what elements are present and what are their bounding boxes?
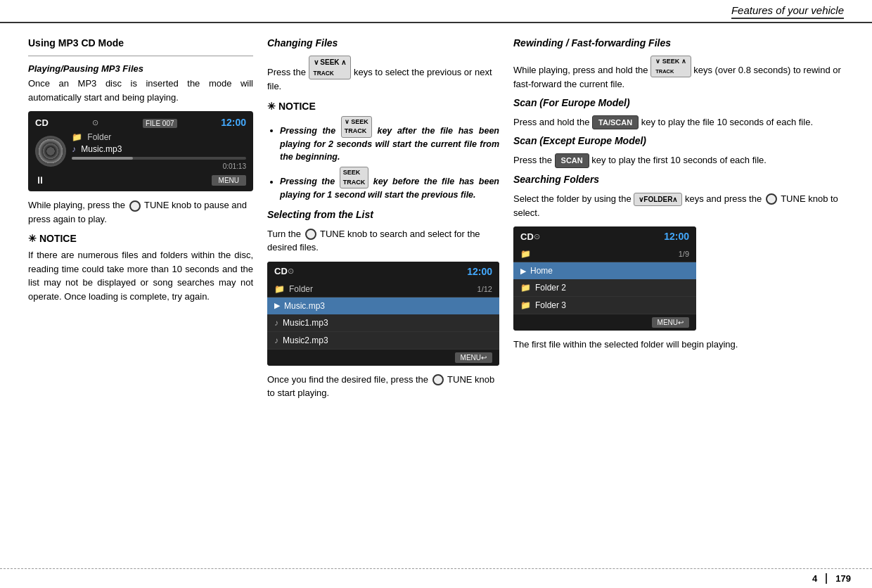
cd-list-label: CD <box>274 266 288 276</box>
folder-icon-2: 📁 <box>520 283 531 293</box>
folder-icon-3: 📁 <box>520 300 531 310</box>
playing-pausing-para: Once an MP3 disc is inserted the mode wi… <box>28 77 253 104</box>
cd-list-footer: MENU↩ <box>267 350 499 366</box>
mid-notice-title: ✳ NOTICE <box>267 101 499 112</box>
scan-eu-para: Press and hold the TA/SCAN key to play t… <box>513 115 851 130</box>
footer-page: 179 <box>835 573 851 584</box>
play-icon-home: ▶ <box>520 267 526 276</box>
folder-icon: 📁 <box>72 132 82 142</box>
cd-list-item-2: ♪ Music2.mp3 <box>267 332 499 350</box>
cd-list-folder-row: 📁 Folder 1/12 <box>267 281 499 298</box>
cd-folders-menu[interactable]: MENU↩ <box>652 317 689 328</box>
cd-folder-item-home: ▶ Home <box>513 262 696 279</box>
cd-list-widget: CD ⊙ 12:00 📁 Folder 1/12 ▶ Music.mp3 ♪ M… <box>267 262 499 366</box>
cd-menu-button[interactable]: MENU <box>212 175 246 186</box>
cd-folder-item-2: 📁 Folder 2 <box>513 279 696 297</box>
cd-folders-time: 12:00 <box>664 231 689 242</box>
scan-button: SCAN <box>555 153 589 168</box>
music-note-2: ♪ <box>274 335 278 345</box>
cd-player-widget: CD ⊙ FILE 007 12:00 📁 Folder ♪ Music.mp3 <box>28 111 253 191</box>
rewind-para: While playing, press and hold the ∨ SEEK… <box>513 56 851 91</box>
seek-track-button: ∨ SEEK ∧TRACK <box>309 56 352 79</box>
cd-pause-icon: ⏸ <box>35 174 45 186</box>
mid-column: Changing Files Press the ∨ SEEK ∧TRACK k… <box>267 37 499 406</box>
mid-notice: ✳ NOTICE Pressing the ∨ SEEKTRACK key af… <box>267 101 499 202</box>
scan-eu-title: Scan (For Europe Model) <box>513 97 851 108</box>
cd-disc-visual <box>35 136 66 167</box>
cd-folder-name: 📁 Folder <box>72 132 246 142</box>
left-column: Using MP3 CD Mode Playing/Pausing MP3 Fi… <box>28 37 253 406</box>
notice-item-2: Pressing the SEEKTRACK key before the fi… <box>280 167 499 202</box>
scan-non-eu-title: Scan (Except Europe Model) <box>513 135 851 146</box>
cd-file-badge: FILE 007 <box>143 117 177 128</box>
tune-knob-find <box>432 374 444 385</box>
cd-list-item-1: ♪ Music1.mp3 <box>267 314 499 332</box>
cd-folders-widget: CD ⊙ 12:00 📁 1/9 ▶ Home 📁 Folder 2 📁 Fol… <box>513 226 696 331</box>
tune-knob-search <box>766 193 777 205</box>
cd-song-name: ♪ Music.mp3 <box>72 144 246 154</box>
left-notice-title: ✳ NOTICE <box>28 233 253 244</box>
search-folders-title: Searching Folders <box>513 174 851 185</box>
tune-knob-icon <box>129 200 141 212</box>
cd-list-time: 12:00 <box>467 266 492 277</box>
ta-scan-button: TA/SCAN <box>592 115 639 130</box>
seek-btn-2: SEEKTRACK <box>340 167 369 188</box>
cd-list-item-active: ▶ Music.mp3 <box>267 298 499 314</box>
page-header: Features of your vehicle <box>0 0 872 23</box>
cd-progress-bar <box>72 157 246 160</box>
cd-list-count: 1/12 <box>477 285 492 293</box>
seek-btn-1: ∨ SEEKTRACK <box>341 116 372 138</box>
cd-label: CD <box>35 117 49 128</box>
cd-folders-count-row: 📁 1/9 <box>513 246 696 262</box>
cd-bottom-bar: ⏸ MENU <box>35 174 246 186</box>
cd-top-bar: CD ⊙ FILE 007 12:00 <box>35 117 246 128</box>
music-icon: ♪ <box>72 144 76 154</box>
cd-list-header: CD ⊙ 12:00 <box>267 262 499 281</box>
select-para: Turn the TUNE knob to search and select … <box>267 227 499 255</box>
rewind-title: Rewinding / Fast-forwarding Files <box>513 37 851 49</box>
cd-list-menu[interactable]: MENU↩ <box>455 352 492 363</box>
cd-time: 12:00 <box>221 117 246 128</box>
left-divider <box>28 56 253 56</box>
cd-folders-disc-icon: ⊙ <box>534 232 540 241</box>
cd-folders-count: 1/9 <box>679 250 689 258</box>
cd-folder-item-3: 📁 Folder 3 <box>513 297 696 314</box>
main-content: Using MP3 CD Mode Playing/Pausing MP3 Fi… <box>0 23 872 420</box>
rewind-seek-btn: ∨ SEEK ∧TRACK <box>650 56 691 77</box>
cd-body: 📁 Folder ♪ Music.mp3 0:01:13 <box>35 132 246 170</box>
left-section-title: Using MP3 CD Mode <box>28 37 253 49</box>
folder-icon-top: 📁 <box>520 249 531 259</box>
cd-disc-icon: ⊙ <box>92 118 98 127</box>
changing-files-para: Press the ∨ SEEK ∧TRACK keys to select t… <box>267 56 499 94</box>
select-from-list-title: Selecting from the List <box>267 209 499 220</box>
scan-non-eu-para: Press the SCAN key to play the first 10 … <box>513 153 851 168</box>
music-note-1: ♪ <box>274 318 278 328</box>
cd-info: 📁 Folder ♪ Music.mp3 0:01:13 <box>72 132 246 170</box>
changing-files-title: Changing Files <box>267 37 499 49</box>
page-footer: 4 179 <box>0 568 872 588</box>
cd-folders-label: CD <box>520 231 534 242</box>
search-folders-para: Select the folder by using the ∨FOLDER∧ … <box>513 192 851 220</box>
cd-folders-footer: MENU↩ <box>513 314 696 331</box>
header-title: Features of your vehicle <box>731 4 844 19</box>
footer-chapter: 4 <box>812 573 827 584</box>
notice-list: Pressing the ∨ SEEKTRACK key after the f… <box>267 116 499 202</box>
folder-icon-list: 📁 <box>274 284 285 294</box>
notice-item-1: Pressing the ∨ SEEKTRACK key after the f… <box>280 116 499 165</box>
last-para: The first file within the selected folde… <box>513 338 851 352</box>
tune-knob-mid <box>305 229 316 240</box>
left-notice-text: If there are numerous files and folders … <box>28 248 253 303</box>
right-column: Rewinding / Fast-forwarding Files While … <box>513 37 851 406</box>
playing-pausing-subtitle: Playing/Pausing MP3 Files <box>28 63 253 74</box>
cd-list-disc-icon: ⊙ <box>288 267 294 276</box>
find-file-para: Once you find the desired file, press th… <box>267 373 499 400</box>
tune-knob-para: While playing, press the TUNE knob to pa… <box>28 198 253 226</box>
folder-button: ∨FOLDER∧ <box>634 193 682 206</box>
cd-elapsed: 0:01:13 <box>72 162 246 170</box>
play-icon-active: ▶ <box>274 301 280 310</box>
cd-folders-header: CD ⊙ 12:00 <box>513 226 696 246</box>
left-notice: ✳ NOTICE If there are numerous files and… <box>28 233 253 303</box>
cd-progress-fill <box>72 157 133 160</box>
